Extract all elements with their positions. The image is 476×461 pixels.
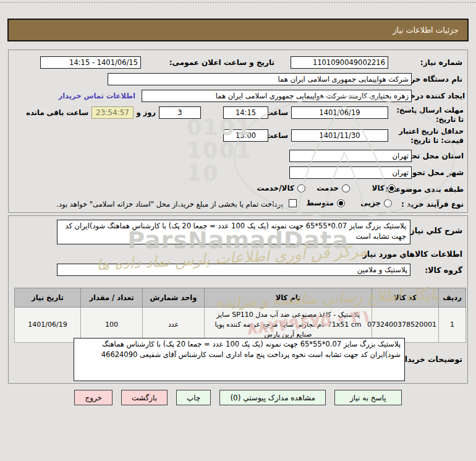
back-button[interactable]: بازگشت xyxy=(121,390,168,405)
cell-count-unit: عدد xyxy=(143,308,205,343)
exit-button[interactable]: خروج xyxy=(74,390,113,405)
countdown-timer: 23:54:57 xyxy=(91,106,134,119)
goods-table: ردیف کد کالا نام کالا واحد شمارش تعداد /… xyxy=(14,288,466,343)
buyer-notes-box[interactable]: پلاستیک بزرگ سایز 0.07*55*65 جهت نمونه (… xyxy=(74,338,405,381)
radio-goods[interactable]: کالا xyxy=(372,184,396,192)
need-number-label: شماره نیاز: xyxy=(420,58,462,67)
need-info-panel: شماره نیاز: تاریخ و ساعت اعلان عمومی: نا… xyxy=(8,50,468,213)
radio-medium-circle[interactable] xyxy=(337,199,345,207)
cell-quantity: 100 xyxy=(81,308,143,343)
remaining-days-input[interactable] xyxy=(159,106,201,119)
header-count-unit: واحد شمارش xyxy=(143,288,205,308)
price-validity-hour-label: ساعت xyxy=(266,129,288,142)
radio-medium[interactable]: متوسط xyxy=(306,199,345,207)
radio-partial-label: جزیی xyxy=(360,199,381,207)
goods-table-header-row: ردیف کد کالا نام کالا واحد شمارش تعداد /… xyxy=(15,288,466,308)
radio-goods-label: کالا xyxy=(372,184,385,192)
radio-service-circle[interactable] xyxy=(342,184,350,192)
price-validity-label: حداقل تاریخ اعتبار قیمت: تا تاریخ: xyxy=(393,127,464,145)
header-need-date: تاریخ نیاز xyxy=(15,288,81,308)
days-and-label: روز و xyxy=(136,106,156,119)
announce-datetime-label: تاریخ و ساعت اعلان عمومی: xyxy=(169,58,274,67)
treasury-checkbox[interactable] xyxy=(289,199,297,207)
print-button[interactable]: چاپ xyxy=(176,390,211,405)
goods-info-panel: شرح کلي نیاز: پلاستیک بزرگ سایز 0.07*55*… xyxy=(8,215,468,384)
header-goods-code: کد کالا xyxy=(372,288,439,308)
radio-goods-service-label: کالا/خدمت xyxy=(257,184,294,192)
response-deadline-date-input[interactable] xyxy=(291,106,388,119)
radio-partial-circle[interactable] xyxy=(384,199,392,207)
view-attachments-button[interactable]: مشاهده مدارک پیوستي (0) xyxy=(219,390,326,405)
cell-goods-code: 0732400378520001 xyxy=(372,308,439,343)
goods-section-header: اطلاعات کالاهاي مورد نیاز xyxy=(363,249,462,259)
footer-button-row: پاسخ به نیاز مشاهده مدارک پیوستي (0) چاپ… xyxy=(0,390,476,405)
radio-goods-service[interactable]: کالا/خدمت xyxy=(257,184,305,192)
treasury-checkbox-label: پرداخت تمام یا بخشی از مبلغ خرید،از محل … xyxy=(56,200,283,209)
respond-to-need-button[interactable]: پاسخ به نیاز xyxy=(334,390,402,405)
top-dotted-divider xyxy=(0,2,476,3)
request-creator-input[interactable] xyxy=(142,90,412,102)
page: جزئیات اطلاعات نیاز شماره نیاز: تاریخ و … xyxy=(0,0,476,461)
delivery-province-input[interactable] xyxy=(289,150,412,162)
purchase-process-label: نوع فرآیند خرید : xyxy=(401,200,464,209)
subject-classification-label: طبقه بندی موضوعی: xyxy=(385,185,464,194)
price-validity-time-input[interactable] xyxy=(223,129,268,142)
radio-goods-service-circle[interactable] xyxy=(297,184,305,192)
hours-remaining-label: ساعت باقی مانده xyxy=(26,106,88,119)
delivery-city-input[interactable] xyxy=(289,166,412,179)
title-bar: جزئیات اطلاعات نیاز xyxy=(7,19,469,41)
goods-table-row: 1 0732400378520001 پلاستیک - کاغذ مصنوعی… xyxy=(15,308,466,343)
response-deadline-hour-label: ساعت xyxy=(266,106,288,119)
cell-need-date: 1401/06/19 xyxy=(15,308,81,343)
header-row-number: ردیف xyxy=(439,288,466,308)
radio-goods-circle[interactable] xyxy=(388,184,396,192)
response-deadline-label: مهلت ارسال پاسخ: تا تاریخ: xyxy=(393,106,464,124)
radio-partial[interactable]: جزیی xyxy=(360,199,392,207)
goods-group-input[interactable] xyxy=(57,264,410,276)
page-title: جزئیات اطلاعات نیاز xyxy=(393,25,459,35)
general-desc-box[interactable]: پلاستیک بزرگ سایز 0.07*55*65 جهت نمونه (… xyxy=(57,220,410,244)
general-desc-label: شرح کلي نیاز: xyxy=(407,226,462,235)
goods-group-label: گروه کالا: xyxy=(425,265,462,275)
radio-medium-label: متوسط xyxy=(306,199,334,207)
header-goods-name: نام کالا xyxy=(205,288,372,308)
buyer-contact-link[interactable]: اطلاعات تماس خریدار xyxy=(59,92,135,100)
price-validity-date-input[interactable] xyxy=(291,129,388,142)
announce-datetime-input[interactable] xyxy=(40,56,141,69)
buyer-notes-label: توضیحات خریدار: xyxy=(397,355,462,364)
radio-service-label: خدمت xyxy=(317,184,339,192)
cell-goods-name: پلاستیک - کاغذ مصنوعی ضد آب مدل SP110 سا… xyxy=(205,308,372,343)
response-deadline-time-input[interactable] xyxy=(223,106,268,119)
buyer-org-input[interactable] xyxy=(108,73,412,85)
radio-service[interactable]: خدمت xyxy=(317,184,350,192)
need-number-input[interactable] xyxy=(291,56,388,69)
header-quantity: تعداد / مقدار xyxy=(81,288,143,308)
cell-row-number: 1 xyxy=(439,308,466,343)
